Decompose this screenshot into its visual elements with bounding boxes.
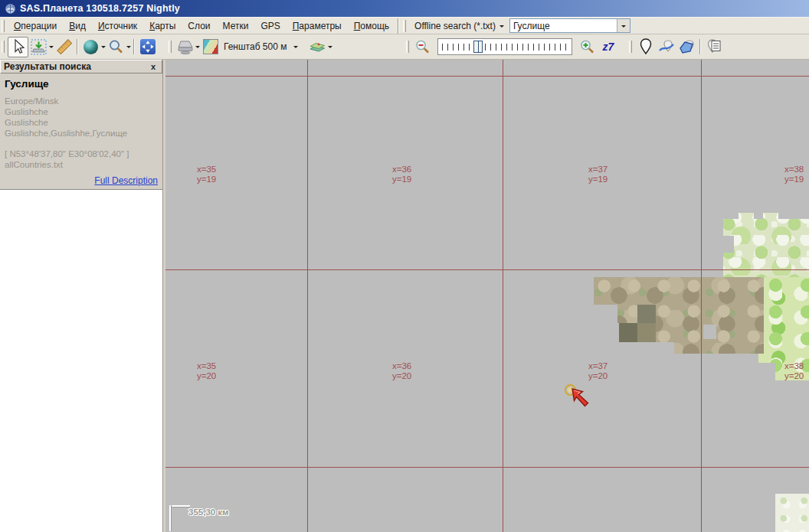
search-input[interactable]: Гуслище bbox=[510, 19, 617, 32]
cache-mode-button[interactable] bbox=[175, 37, 195, 57]
fullscreen-button[interactable] bbox=[137, 37, 158, 57]
separator bbox=[77, 39, 78, 54]
tile-grid-line bbox=[701, 60, 702, 532]
result-alt-name: Guslishche,Guslishhe,Гуслище bbox=[5, 128, 158, 139]
placemark-manager-button[interactable] bbox=[703, 37, 724, 57]
menu-gps[interactable]: GPS bbox=[254, 18, 286, 34]
scale-bracket bbox=[169, 505, 190, 507]
scale-bracket bbox=[169, 505, 171, 531]
tile-grid-line bbox=[165, 76, 809, 77]
fullscreen-icon bbox=[140, 39, 156, 54]
map-viewport[interactable]: x=35y=19 x=36y=19 x=37y=19 x=38y=19 x=35… bbox=[165, 60, 809, 532]
menu-settings[interactable]: Параметры bbox=[287, 18, 348, 34]
menu-placemarks[interactable]: Метки bbox=[217, 18, 255, 34]
panel-title: Результаты поиска bbox=[4, 61, 148, 72]
tile-grid-line bbox=[165, 269, 809, 270]
map-source-button[interactable] bbox=[80, 37, 101, 57]
toolbar-grip[interactable] bbox=[629, 41, 632, 53]
search-mode-dropdown[interactable]: Offline search (*.txt) bbox=[409, 18, 509, 34]
search-results-panel: Результаты поиска x Гуслище Europe/Minsk… bbox=[0, 60, 163, 532]
scale-indicator: 355,30 км bbox=[169, 505, 261, 532]
polygon-pin-icon bbox=[679, 38, 696, 56]
layers-icon bbox=[309, 39, 326, 54]
map-type-button[interactable]: Генштаб 500 м bbox=[200, 37, 301, 57]
result-coordinates: [ N53°48'37,80" E30°08'02,40" ] bbox=[5, 149, 158, 159]
search-engine-button[interactable] bbox=[106, 37, 126, 57]
result-source-file: allCountries.txt bbox=[5, 159, 158, 170]
toolbar-grip[interactable] bbox=[2, 41, 5, 53]
map-imagery-dark-tile bbox=[637, 305, 656, 323]
tile-label: x=35y=20 bbox=[197, 361, 216, 380]
zoom-slider-thumb[interactable] bbox=[473, 41, 483, 53]
menu-help[interactable]: Помощь bbox=[348, 18, 395, 34]
toolbar-grip[interactable] bbox=[403, 20, 406, 32]
tile-label: x=36y=20 bbox=[392, 361, 411, 380]
chevron-down-icon[interactable] bbox=[126, 46, 131, 51]
menu-bar: Операции Вид Источник Карты Слои Метки G… bbox=[0, 17, 809, 34]
search-mode-label: Offline search (*.txt) bbox=[414, 21, 496, 31]
selection-download-icon bbox=[31, 39, 47, 55]
placemark-list-icon bbox=[706, 38, 722, 56]
tile-label: x=35y=19 bbox=[197, 165, 216, 184]
menu-operations[interactable]: Операции bbox=[8, 18, 63, 34]
menu-source[interactable]: Источник bbox=[92, 18, 143, 34]
result-alt-name: Guslishche bbox=[5, 106, 158, 117]
app-icon bbox=[5, 3, 16, 15]
layers-button[interactable] bbox=[307, 37, 328, 57]
tile-grid-line bbox=[307, 60, 308, 532]
titlebar: SAS.Планета 130518.7257 Nightly bbox=[0, 0, 809, 17]
ruler-icon bbox=[56, 38, 73, 55]
add-placemark-button[interactable] bbox=[635, 37, 656, 57]
map-preview-icon bbox=[203, 39, 218, 54]
chevron-down-icon[interactable] bbox=[328, 46, 332, 51]
toolbar-grip[interactable] bbox=[406, 41, 409, 53]
separator bbox=[398, 18, 399, 34]
result-region: Europe/Minsk bbox=[5, 96, 158, 106]
tile-label: x=38y=19 bbox=[784, 165, 804, 184]
add-polygon-button[interactable] bbox=[676, 37, 697, 57]
zoom-out-button[interactable] bbox=[412, 37, 433, 57]
tile-label: x=36y=19 bbox=[392, 165, 411, 184]
menu-view[interactable]: Вид bbox=[63, 18, 92, 34]
map-imagery-satellite bbox=[594, 277, 764, 354]
toolbar-grip[interactable] bbox=[2, 20, 5, 32]
globe-icon bbox=[84, 40, 98, 54]
search-result-marker-icon[interactable] bbox=[569, 386, 591, 408]
app-window: SAS.Планета 130518.7257 Nightly Операции… bbox=[0, 0, 809, 532]
menu-maps[interactable]: Карты bbox=[143, 18, 182, 34]
combobox-dropdown-button[interactable] bbox=[617, 19, 630, 32]
separator bbox=[133, 39, 135, 54]
tile-label: x=37y=20 bbox=[588, 361, 608, 380]
map-missing-tile bbox=[703, 325, 716, 339]
search-result-item[interactable]: Гуслище Europe/Minsk Guslishche Guslishc… bbox=[0, 73, 162, 190]
menu-layers[interactable]: Слои bbox=[182, 18, 216, 34]
path-pin-icon bbox=[659, 38, 674, 56]
main-area: Результаты поиска x Гуслище Europe/Minsk… bbox=[0, 60, 809, 532]
map-imagery-corner-tile bbox=[775, 494, 809, 532]
main-toolbar: Генштаб 500 м bbox=[0, 34, 809, 60]
select-tool-button[interactable] bbox=[8, 37, 28, 57]
zoom-slider[interactable] bbox=[437, 38, 572, 55]
chevron-down-icon bbox=[621, 25, 626, 30]
panel-header: Результаты поиска x bbox=[0, 60, 162, 73]
add-path-button[interactable] bbox=[656, 37, 676, 57]
window-title: SAS.Планета 130518.7257 Nightly bbox=[20, 3, 180, 14]
zoom-slider-ticks bbox=[442, 44, 568, 51]
tile-label: x=38y=20 bbox=[784, 361, 804, 380]
search-combobox[interactable]: Гуслище bbox=[509, 18, 630, 33]
selection-manager-button[interactable] bbox=[28, 37, 49, 57]
chevron-down-icon bbox=[293, 46, 298, 51]
map-imagery-dark-tile bbox=[619, 323, 637, 342]
tile-label: x=37y=19 bbox=[588, 165, 608, 184]
toolbar-grip[interactable] bbox=[169, 41, 172, 53]
full-description-link[interactable]: Full Description bbox=[5, 175, 158, 186]
result-name: Гуслище bbox=[5, 78, 158, 90]
result-alt-name: Guslishche bbox=[5, 117, 158, 128]
map-type-label: Генштаб 500 м bbox=[222, 41, 290, 52]
close-icon[interactable]: x bbox=[148, 62, 159, 72]
separator bbox=[699, 39, 701, 54]
ruler-tool-button[interactable] bbox=[54, 37, 74, 57]
zoom-in-button[interactable] bbox=[577, 37, 598, 57]
map-imagery-dark-tile bbox=[637, 323, 656, 342]
placemark-pin-icon bbox=[638, 38, 653, 56]
